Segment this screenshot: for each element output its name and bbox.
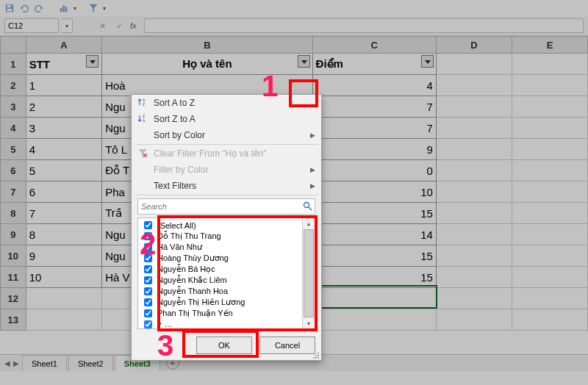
filter-item-checkbox[interactable]	[144, 232, 152, 240]
cancel-button[interactable]: Cancel	[259, 337, 315, 354]
cell-E12[interactable]	[512, 288, 587, 309]
filter-item[interactable]: Đỗ Thị Thu Trang	[141, 231, 312, 242]
cell-A12[interactable]	[26, 288, 102, 309]
filter-item[interactable]: ▾ …	[141, 319, 312, 329]
filter-item-checkbox[interactable]	[144, 254, 152, 262]
row-header-4[interactable]: 4	[1, 118, 26, 139]
cell-E8[interactable]	[512, 203, 587, 224]
cell-D3[interactable]	[436, 96, 512, 118]
column-header-A[interactable]: A	[26, 37, 102, 54]
filter-item-checkbox[interactable]	[144, 320, 152, 328]
row-header-12[interactable]: 12	[1, 288, 26, 309]
filter-button-name[interactable]	[298, 55, 310, 68]
cell-E4[interactable]	[512, 118, 587, 139]
scroll-thumb[interactable]	[304, 229, 314, 317]
accept-formula-icon[interactable]: ✓	[116, 21, 123, 31]
cell-E1[interactable]	[512, 54, 587, 75]
sort-az-menuitem[interactable]: AZ Sort A to Z	[132, 95, 321, 111]
save-icon[interactable]	[4, 3, 15, 13]
cell-D10[interactable]	[436, 245, 512, 267]
cell-E7[interactable]	[512, 181, 587, 203]
filter-button-score[interactable]	[421, 55, 434, 68]
filter-item[interactable]: Nguyễn Khắc Liêm	[141, 275, 312, 286]
row-header-7[interactable]: 7	[1, 181, 26, 203]
search-input[interactable]	[138, 199, 331, 214]
filter-item[interactable]: Hà Văn Như	[141, 242, 312, 253]
filter-item-checkbox[interactable]	[144, 265, 152, 273]
filter-item[interactable]: Hoàng Thùy Dương	[141, 253, 312, 264]
name-box[interactable]: C12	[4, 18, 59, 33]
cell-C13[interactable]	[312, 309, 436, 331]
cell-C7[interactable]: 10	[312, 181, 436, 203]
cell-D7[interactable]	[436, 181, 512, 203]
cell-A6[interactable]: 5	[26, 160, 102, 181]
redo-icon[interactable]	[34, 3, 44, 13]
row-header-3[interactable]: 3	[1, 96, 26, 118]
cancel-formula-icon[interactable]: ✕	[99, 21, 106, 31]
sort-za-menuitem[interactable]: ZA Sort Z to A	[132, 111, 321, 127]
row-header-10[interactable]: 10	[1, 245, 26, 267]
cell-A13[interactable]	[26, 309, 102, 331]
cell-C11[interactable]: 15	[312, 267, 436, 288]
filter-item[interactable]: Nguyễn Thanh Hoa	[141, 286, 312, 297]
filter-button-stt[interactable]	[86, 55, 98, 68]
cell-C2[interactable]: 4	[312, 75, 436, 96]
cell-A7[interactable]: 6	[26, 181, 102, 203]
cell-D8[interactable]	[436, 203, 512, 224]
cell-A11[interactable]: 10	[26, 267, 102, 288]
sheet-tab-Sheet2[interactable]: Sheet2	[68, 355, 113, 372]
cell-A10[interactable]: 9	[26, 245, 102, 267]
cell-C5[interactable]: 9	[312, 139, 436, 160]
cell-A3[interactable]: 2	[26, 96, 102, 118]
column-header-E[interactable]: E	[512, 37, 587, 54]
column-header-B[interactable]: B	[102, 37, 312, 54]
filter-item-checkbox[interactable]	[144, 243, 152, 251]
cell-D13[interactable]	[436, 309, 512, 331]
cell-A4[interactable]: 3	[26, 118, 102, 139]
filter-item[interactable]: Nguyễn Bá Học	[141, 264, 312, 275]
cell-E10[interactable]	[512, 245, 587, 267]
cell-A8[interactable]: 7	[26, 203, 102, 224]
cell-E11[interactable]	[512, 267, 587, 288]
cell-E2[interactable]	[512, 75, 587, 96]
cell-D12[interactable]	[436, 288, 512, 309]
row-header-13[interactable]: 13	[1, 309, 26, 331]
row-header-1[interactable]: 1	[1, 54, 26, 75]
formula-input[interactable]	[144, 18, 584, 33]
cell-C4[interactable]: 7	[312, 118, 436, 139]
cell-D1[interactable]	[436, 54, 512, 75]
filter-values-list[interactable]: (Select All)Đỗ Thị Thu TrangHà Văn NhưHo…	[137, 217, 315, 329]
cell-E5[interactable]	[512, 139, 587, 160]
resize-grip-icon[interactable]	[312, 351, 320, 359]
scroll-down-icon[interactable]: ▾	[304, 318, 314, 328]
select-all-corner[interactable]	[1, 37, 26, 54]
column-header-C[interactable]: C	[312, 37, 436, 54]
sort-by-color-menuitem[interactable]: Sort by Color ▶	[132, 127, 321, 143]
undo-icon[interactable]	[19, 3, 29, 13]
tab-nav-prev-icon[interactable]: ◀	[4, 359, 10, 367]
filter-item-checkbox[interactable]	[144, 309, 152, 317]
cell-A5[interactable]: 4	[26, 139, 102, 160]
cell-E13[interactable]	[512, 309, 587, 331]
cell-D6[interactable]	[436, 160, 512, 181]
cell-C8[interactable]: 15	[312, 203, 436, 224]
row-header-6[interactable]: 6	[1, 160, 26, 181]
row-header-8[interactable]: 8	[1, 203, 26, 224]
filter-item-checkbox[interactable]	[144, 298, 152, 306]
cell-A2[interactable]: 1	[26, 75, 102, 96]
cell-D9[interactable]	[436, 224, 512, 245]
cell-E3[interactable]	[512, 96, 587, 118]
cell-E6[interactable]	[512, 160, 587, 181]
filter-search[interactable]	[137, 198, 315, 215]
filter-item-checkbox[interactable]	[144, 276, 152, 284]
filter-item[interactable]: Nguyễn Thị Hiền Lương	[141, 297, 312, 308]
filter-item-checkbox[interactable]	[144, 221, 152, 229]
ok-button[interactable]: OK	[196, 337, 252, 354]
filter-item-checkbox[interactable]	[144, 287, 152, 295]
row-header-11[interactable]: 11	[1, 267, 26, 288]
cell-B2[interactable]: Hoà	[102, 75, 312, 96]
cell-C9[interactable]: 14	[312, 224, 436, 245]
filter-item[interactable]: (Select All)	[141, 220, 312, 231]
cell-A9[interactable]: 8	[26, 224, 102, 245]
row-header-5[interactable]: 5	[1, 139, 26, 160]
